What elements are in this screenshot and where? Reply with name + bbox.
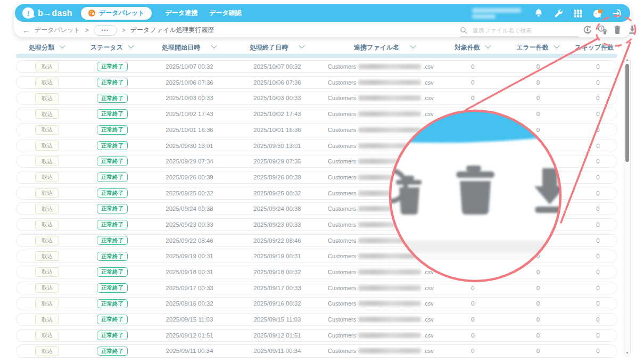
error-count-cell: 0 [498, 221, 578, 228]
bell-icon[interactable] [533, 8, 544, 19]
end-time-cell: 2025/09/17 00:33 [232, 285, 323, 291]
start-time-cell: 2025/09/22 08:46 [147, 237, 232, 244]
table-row[interactable]: 取込 正常終了 2025/10/03 00:33 2025/10/03 00:3… [16, 92, 617, 104]
table-row[interactable]: 取込 正常終了 2025/09/25 00:32 2025/09/25 00:3… [16, 187, 617, 200]
target-count-cell: 0 [448, 237, 498, 244]
status-badge: 正常終了 [97, 299, 128, 309]
breadcrumb-toolbar-row: ← データパレット > ••• > データファイル処理実行履歴 [14, 23, 631, 37]
scroll-down-arrow[interactable]: ▼ [626, 350, 629, 356]
process-type-badge: 取込 [35, 204, 59, 213]
file-name-suffix: .csv [423, 127, 434, 133]
table-row[interactable]: 取込 正常終了 2025/09/29 07:34 2025/09/29 07:3… [16, 155, 617, 168]
process-type-badge: 取込 [35, 125, 59, 135]
nav-item-data-check[interactable]: データ確認 [209, 9, 242, 18]
logout-icon[interactable] [612, 8, 623, 19]
file-name-prefix: Customers [328, 79, 356, 86]
file-name-cell: Customers.csv [323, 95, 448, 101]
file-name-redacted [358, 348, 421, 353]
file-name-prefix: Customers [328, 237, 356, 244]
table-row[interactable]: 取込 正常終了 2025/10/06 07:36 2025/10/06 07:3… [16, 76, 617, 89]
target-count-cell: 0 [448, 221, 498, 228]
process-type-cell: 取込 [16, 172, 78, 182]
col-header-file-name[interactable]: 連携ファイル名 [322, 42, 447, 53]
wrench-icon[interactable] [553, 8, 564, 19]
col-header-target-count[interactable]: 対象件数 [447, 42, 498, 53]
scrollbar-thumb[interactable] [625, 64, 629, 162]
table-row[interactable]: 取込 正常終了 2025/10/02 17:43 2025/10/02 17:4… [16, 108, 617, 120]
table-row[interactable]: 取込 正常終了 2025/09/22 08:46 2025/09/22 08:4… [16, 234, 617, 247]
end-time-cell: 2025/09/19 00:31 [232, 253, 323, 259]
end-time-cell: 2025/09/23 00:33 [232, 221, 323, 228]
error-count-cell: 0 [498, 253, 578, 259]
nav-item-data-link[interactable]: データ連携 [166, 9, 198, 18]
status-badge: 正常終了 [97, 347, 128, 356]
apps-grid-icon[interactable] [573, 8, 583, 19]
back-arrow-button[interactable]: ← [22, 26, 30, 35]
file-name-suffix: .csv [423, 190, 434, 196]
col-header-process-type[interactable]: 処理分類 [16, 42, 77, 53]
trash-icon[interactable] [612, 24, 623, 36]
table-row[interactable]: 取込 正常終了 2025/09/30 13:01 2025/09/30 13:0… [16, 139, 617, 152]
file-name-prefix: Customers [328, 253, 356, 259]
file-name-suffix: .csv [423, 79, 434, 86]
table-row[interactable]: 取込 正常終了 2025/09/19 00:31 2025/09/19 00:3… [16, 250, 617, 262]
table-row[interactable]: 取込 正常終了 2025/09/11 00:34 2025/09/11 00:3… [16, 344, 617, 357]
process-type-cell: 取込 [16, 78, 78, 87]
logo-wordmark: b→dash [38, 9, 72, 18]
file-name-redacted [358, 143, 421, 149]
process-type-badge: 取込 [35, 141, 59, 150]
process-type-badge: 取込 [35, 62, 59, 71]
col-header-skip-count[interactable]: スキップ件数 [577, 42, 617, 53]
end-time-cell: 2025/09/22 08:46 [232, 237, 323, 244]
table-row[interactable]: 取込 正常終了 2025/10/07 00:32 2025/10/07 00:3… [16, 60, 617, 73]
process-type-badge: 取込 [35, 220, 59, 229]
start-time-cell: 2025/10/03 00:33 [147, 95, 232, 101]
brand-logo[interactable]: ! b→dash [22, 7, 72, 19]
breadcrumb-separator: > [85, 27, 89, 34]
file-name-suffix: .csv [423, 63, 434, 70]
error-count-cell: 0 [498, 95, 578, 101]
col-header-error-count[interactable]: エラー件数 [498, 42, 577, 53]
end-time-cell: 2025/09/18 00:32 [232, 269, 323, 275]
file-name-cell: Customers.csv [323, 285, 448, 291]
navbar-right [472, 7, 623, 19]
error-count-cell: 0 [498, 300, 578, 307]
breadcrumb-root[interactable]: データパレット [35, 26, 80, 35]
table-row[interactable]: 取込 正常終了 2025/09/26 00:39 2025/09/26 00:3… [16, 171, 617, 184]
error-count-cell: 0 [498, 237, 578, 244]
table-row[interactable]: 取込 正常終了 2025/09/16 00:32 2025/09/16 00:3… [16, 297, 617, 310]
file-name-prefix: Customers [328, 269, 356, 275]
download-history-icon[interactable] [582, 24, 593, 36]
chevron-down-icon [485, 43, 491, 48]
skip-count-cell: 0 [578, 174, 618, 180]
app-switcher-pill[interactable]: データパレット [81, 7, 152, 20]
table-row[interactable]: 取込 正常終了 2025/09/24 00:38 2025/09/24 00:3… [16, 202, 617, 215]
scroll-up-arrow[interactable]: ▲ [626, 57, 629, 62]
search-input[interactable] [472, 27, 578, 34]
table-row[interactable]: 取込 正常終了 2025/09/17 00:33 2025/09/17 00:3… [16, 282, 617, 294]
table-row[interactable]: 取込 正常終了 2025/09/15 11:03 2025/09/15 11:0… [16, 313, 617, 326]
start-time-cell: 2025/10/02 17:43 [147, 111, 232, 117]
table-row[interactable]: 取込 正常終了 2025/09/12 01:51 2025/09/12 01:5… [16, 329, 617, 342]
target-count-cell: 0 [448, 190, 498, 196]
col-header-end-time[interactable]: 処理終了日時 [232, 42, 322, 53]
chevron-down-icon [618, 44, 621, 47]
table-row[interactable]: 取込 正常終了 2025/09/18 00:31 2025/09/18 00:3… [16, 266, 617, 278]
end-time-cell: 2025/09/29 07:35 [232, 158, 323, 164]
end-time-cell: 2025/09/25 00:32 [232, 190, 323, 196]
vertical-scrollbar[interactable]: ▲ ▼ [624, 56, 631, 357]
col-header-start-time[interactable]: 処理開始日時 [146, 42, 232, 53]
file-name-redacted [358, 80, 421, 85]
clock-delete-icon[interactable] [597, 24, 608, 36]
col-header-status[interactable]: ステータス [77, 42, 146, 53]
table-row[interactable]: 取込 正常終了 2025/10/01 16:36 2025/10/01 16:3… [16, 124, 617, 136]
breadcrumb-ellipsis-button[interactable]: ••• [94, 25, 117, 36]
process-type-cell: 取込 [16, 220, 78, 229]
process-type-badge: 取込 [35, 346, 59, 356]
table-row[interactable]: 取込 正常終了 2025/09/23 00:33 2025/09/23 00:3… [16, 218, 617, 231]
file-name-prefix: Customers [328, 95, 356, 101]
error-count-cell: 0 [498, 79, 578, 86]
download-icon[interactable] [626, 24, 638, 36]
mascot-icon[interactable] [592, 8, 603, 19]
error-count-cell: 0 [498, 111, 578, 117]
